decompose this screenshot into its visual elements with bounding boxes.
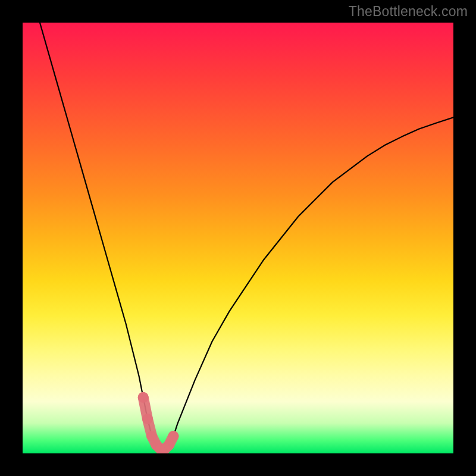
highlight-bead <box>168 431 178 441</box>
highlight-bead <box>142 414 153 424</box>
highlight-bead <box>138 392 149 403</box>
plot-area <box>23 23 453 453</box>
watermark-text: TheBottleneck.com <box>349 4 468 20</box>
chart-frame: TheBottleneck.com <box>0 0 476 476</box>
curve-layer <box>23 23 453 453</box>
bottleneck-curve <box>40 23 453 449</box>
